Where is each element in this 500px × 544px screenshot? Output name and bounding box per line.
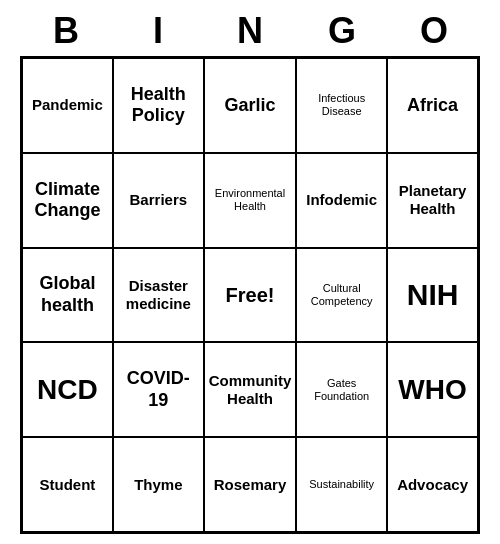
cell-13: Cultural Competency [296,248,387,343]
cell-21: Thyme [113,437,204,532]
cell-20: Student [22,437,113,532]
cell-12-free: Free! [204,248,297,343]
cell-0: Pandemic [22,58,113,153]
bingo-title: B I N G O [20,10,480,52]
cell-9: Planetary Health [387,153,478,248]
cell-4: Africa [387,58,478,153]
cell-23: Sustainability [296,437,387,532]
cell-7: Environmental Health [204,153,297,248]
cell-22: Rosemary [204,437,297,532]
cell-24: Advocacy [387,437,478,532]
bingo-grid: Pandemic Health Policy Garlic Infectious… [20,56,480,534]
cell-16: COVID-19 [113,342,204,437]
cell-18: Gates Foundation [296,342,387,437]
letter-n: N [206,10,294,52]
cell-17: Community Health [204,342,297,437]
cell-6: Barriers [113,153,204,248]
letter-o: O [390,10,478,52]
cell-5: Climate Change [22,153,113,248]
cell-3: Infectious Disease [296,58,387,153]
letter-b: B [22,10,110,52]
cell-14: NIH [387,248,478,343]
cell-11: Disaster medicine [113,248,204,343]
cell-15: NCD [22,342,113,437]
letter-g: G [298,10,386,52]
cell-19: WHO [387,342,478,437]
cell-1: Health Policy [113,58,204,153]
cell-8: Infodemic [296,153,387,248]
letter-i: I [114,10,202,52]
cell-2: Garlic [204,58,297,153]
cell-10: Global health [22,248,113,343]
